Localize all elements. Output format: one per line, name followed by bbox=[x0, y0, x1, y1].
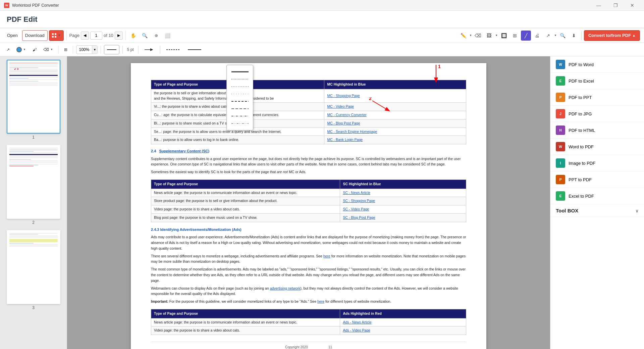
pdf-to-ppt-label: PDF to PPT bbox=[569, 95, 592, 100]
ads-para1: Ads may contribute to a good user experi… bbox=[151, 234, 466, 251]
sc-table-col2-header: SC Highlighted in Blue bbox=[340, 180, 466, 189]
share-btn[interactable]: ↗ bbox=[543, 31, 553, 41]
draw-sep6 bbox=[160, 46, 160, 54]
thumb-frame-1: ↙ 3 bbox=[7, 60, 60, 134]
excel-to-pdf-icon: E bbox=[556, 191, 565, 201]
line-style-dotspaced[interactable] bbox=[229, 91, 250, 97]
convert-chevron: ▲ bbox=[632, 34, 636, 37]
pencil-dropdown[interactable]: ▼ bbox=[469, 34, 472, 37]
stamp-btn[interactable]: 🔲 bbox=[499, 31, 509, 41]
line-dash-btn[interactable] bbox=[163, 45, 183, 54]
here-link1[interactable]: here bbox=[323, 254, 330, 258]
search-btn[interactable]: 🔍 bbox=[558, 31, 568, 41]
download-button[interactable]: Download bbox=[22, 30, 48, 41]
share-dropdown[interactable]: ▼ bbox=[554, 34, 557, 37]
word-to-pdf-icon: W bbox=[556, 142, 565, 151]
thumb-item-1[interactable]: ↙ 3 1 bbox=[3, 60, 63, 140]
ppt-to-pdf-label: PPT to PDF bbox=[569, 177, 592, 182]
excel-to-pdf-item[interactable]: E Excel to PDF bbox=[550, 188, 644, 204]
line-solid-btn[interactable] bbox=[104, 45, 119, 54]
fit-page-btn[interactable]: ⬜ bbox=[163, 31, 173, 41]
minimize-btn[interactable]: — bbox=[591, 0, 606, 11]
word-to-pdf-item[interactable]: W Word to PDF bbox=[550, 139, 644, 155]
app-title: PDF Edit bbox=[7, 15, 38, 24]
footer-copyright: Copyright 2020 bbox=[285, 345, 308, 349]
image-tool-btn[interactable]: 🖼 bbox=[484, 31, 494, 41]
pdf-to-ppt-item[interactable]: P PDF to PPT bbox=[550, 89, 644, 106]
line-style-dashed[interactable] bbox=[229, 98, 250, 105]
maximize-btn[interactable]: ❐ bbox=[608, 0, 623, 11]
save-btn[interactable]: ⬇ bbox=[569, 31, 579, 41]
here-link2[interactable]: here bbox=[317, 299, 324, 303]
important-label: Important: bbox=[151, 299, 168, 303]
highlight-btn[interactable]: ╱ bbox=[521, 31, 531, 41]
draw-sep3 bbox=[101, 46, 101, 54]
arrow-style-btn[interactable] bbox=[142, 45, 157, 54]
layer-btn[interactable]: ⊞ bbox=[62, 45, 70, 54]
sidebar: ↙ 3 1 bbox=[0, 56, 67, 349]
print-btn[interactable]: 🖨 bbox=[532, 31, 542, 41]
pdf-to-jpg-item[interactable]: J PDF to JPG bbox=[550, 106, 644, 122]
content-scroll[interactable]: Type of Page and Purpose MC Highlighted … bbox=[67, 56, 550, 349]
color-picker-btn[interactable]: ▼ bbox=[14, 45, 28, 54]
line-style-dash-dot[interactable] bbox=[229, 113, 250, 119]
color-circle bbox=[16, 47, 22, 52]
pdf-to-html-item[interactable]: H PDF to HTML bbox=[550, 122, 644, 139]
sep3 bbox=[581, 31, 582, 40]
ppt-to-pdf-icon: P bbox=[556, 175, 565, 184]
close-btn[interactable]: ✕ bbox=[625, 0, 640, 11]
pdf-to-html-icon: H bbox=[556, 126, 565, 135]
pdf-to-word-item[interactable]: W PDF to Word bbox=[550, 56, 644, 73]
main-toolbar: Open Download ▼ Page ◀ 1 of 10 ▶ ✋ 🔍 ⊕ ⬜… bbox=[0, 28, 644, 43]
ads-para3: The most common type of monetization is … bbox=[151, 266, 466, 283]
thumb-item-2[interactable]: 2 bbox=[3, 145, 63, 225]
zoom-out-btn[interactable]: 🔍 bbox=[140, 31, 150, 41]
section-243-heading: 2.4.3 Identifying Advertisements/Monetiz… bbox=[151, 227, 466, 233]
table-row: News article page: the purpose is to com… bbox=[151, 189, 466, 197]
sc-row1-link: SC - News Article bbox=[340, 189, 466, 197]
line-style-solid-thick[interactable] bbox=[229, 68, 250, 75]
supp-content-label[interactable]: Supplementary Content (SC) bbox=[159, 149, 209, 153]
line-style-dotted2[interactable] bbox=[229, 83, 250, 90]
ads-row1-purpose: News article page: the purpose is to com… bbox=[151, 318, 340, 327]
page-prev-btn[interactable]: ◀ bbox=[81, 32, 89, 40]
pdf-to-excel-item[interactable]: E PDF to Excel bbox=[550, 73, 644, 89]
line-style-dash-dot2[interactable] bbox=[229, 120, 250, 127]
app-icon: W bbox=[4, 3, 9, 8]
thumb-item-3[interactable]: 3 bbox=[3, 230, 63, 310]
group-tool-btn[interactable]: ▼ bbox=[49, 30, 64, 41]
convert-top-btn[interactable]: Convert to/from PDF ▲ bbox=[584, 30, 640, 41]
group-tool-dropdown-arrow: ▼ bbox=[58, 34, 61, 37]
top-table-row4-link: MC - Blog Post Page bbox=[324, 119, 466, 128]
line-style-dotted[interactable] bbox=[229, 76, 250, 83]
ppt-to-pdf-item[interactable]: P PPT to PDF bbox=[550, 171, 644, 188]
supp-para1: Supplementary content contributes to a g… bbox=[151, 156, 466, 167]
page-input[interactable]: 1 bbox=[90, 32, 102, 40]
line-solid-btn2[interactable] bbox=[185, 45, 204, 54]
toolbox-chevron-icon: ∨ bbox=[635, 208, 639, 213]
pdf-to-jpg-label: PDF to JPG bbox=[569, 111, 592, 116]
line-style-dashed-thin[interactable] bbox=[229, 105, 250, 112]
toolbox-header[interactable]: Tool BOX ∨ bbox=[550, 204, 644, 217]
crop-btn[interactable]: ⊞ bbox=[510, 31, 520, 41]
open-button[interactable]: Open bbox=[4, 30, 21, 41]
ad-network-link[interactable]: advertising network bbox=[270, 286, 300, 290]
image-dropdown[interactable]: ▼ bbox=[495, 34, 498, 37]
zoom-dropdown-btn[interactable]: ▼ bbox=[92, 45, 97, 54]
zoom-in-btn[interactable]: ⊕ bbox=[151, 31, 161, 41]
app-name: Workintool PDF Converter bbox=[12, 3, 59, 8]
eraser-btn[interactable]: ⌫ bbox=[473, 31, 483, 41]
image-to-pdf-item[interactable]: I Image to PDF bbox=[550, 155, 644, 171]
image-to-pdf-label: Image to PDF bbox=[569, 161, 595, 166]
arrow-tool-btn[interactable]: ↗ bbox=[4, 45, 12, 54]
pencil-tool-btn[interactable]: ✏️ bbox=[458, 31, 468, 41]
color-dropdown: ▼ bbox=[23, 48, 26, 51]
pdf-to-jpg-icon: J bbox=[556, 109, 565, 118]
pdf-to-excel-label: PDF to Excel bbox=[569, 79, 594, 84]
page-next-btn[interactable]: ▶ bbox=[115, 32, 123, 40]
hand-tool-btn[interactable]: ✋ bbox=[128, 31, 139, 41]
brush-btn[interactable]: 🖌 bbox=[30, 45, 39, 54]
draw-sep4 bbox=[122, 46, 123, 54]
draw-sep5 bbox=[138, 46, 139, 54]
eraser-draw-btn[interactable]: ⌫ ▼ bbox=[41, 45, 55, 54]
